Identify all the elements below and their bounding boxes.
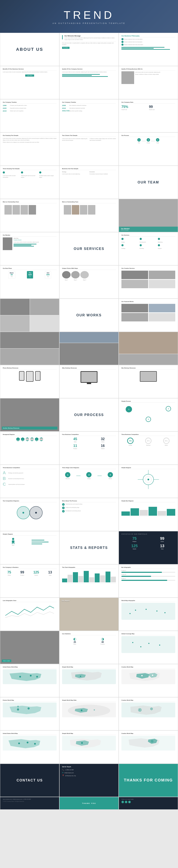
contact-email: ✉ info@company.com xyxy=(62,772,116,774)
svg-point-24 xyxy=(28,707,30,710)
row-18: Line Infographic Chart Our Report World … xyxy=(0,597,178,631)
map2-dot-3 xyxy=(159,645,160,646)
us-svg-2 xyxy=(62,669,116,684)
circle-stat-3: 55% Reach xyxy=(163,438,170,446)
stats-dark-label-3: Awards xyxy=(121,548,147,550)
bar-infographic-title: Bar Infographic xyxy=(121,567,175,568)
proc-step-3-text: Development and testing phases xyxy=(65,510,81,512)
social-tw[interactable]: t xyxy=(125,801,127,803)
slide-works-row-3 xyxy=(119,332,178,365)
slide-mockup-3: Mac Mockup Showcase xyxy=(119,365,178,398)
plan-basic-per: /mo xyxy=(10,276,14,277)
comp-num-2: 32 xyxy=(101,437,105,441)
slide-more-process: More About The Process 1 Initial discove… xyxy=(59,498,119,531)
stat-label-2: Awards won xyxy=(149,109,175,111)
year-2010: 2010 xyxy=(62,107,68,109)
slide-final-map-3: Creative World Map xyxy=(119,731,178,764)
svg-point-36 xyxy=(34,743,36,745)
proc-step-1: 1 xyxy=(62,503,65,506)
process-step-1: 1 Plan xyxy=(137,138,141,144)
imac-mockup xyxy=(81,371,97,383)
bar-row-3-fill xyxy=(121,580,167,581)
cn-1: 75 Clients xyxy=(7,570,11,576)
stats-dark-label-4: Years xyxy=(149,548,175,550)
service-3: Marketing xyxy=(158,238,175,243)
slide-text-cols-1: Three Amazing Text Sample Lorem ipsum do… xyxy=(0,166,59,199)
member-role: CEO & Founder xyxy=(121,229,176,231)
step-num-3: 3 xyxy=(156,138,159,142)
team-photo-4 xyxy=(29,205,36,215)
choice-text-2: Step 2 xyxy=(74,279,77,281)
person-bars xyxy=(32,539,49,545)
footer-thanks-text: THANK YOU xyxy=(82,802,96,804)
cn-num-1: 75 xyxy=(7,570,11,574)
hex-2 xyxy=(21,438,24,440)
business-col2: Innovation Consectetur eiusmod tempor in… xyxy=(89,171,116,175)
stage-num-2: 2 xyxy=(88,474,89,476)
read-more-btn[interactable]: Read More xyxy=(62,47,69,49)
alpha-item-a: A Strategy and planning approach xyxy=(3,470,57,475)
row-20: United States World Map Simple World Map xyxy=(0,664,178,697)
services-detail-title: Our Services xyxy=(121,235,175,236)
hex-3 xyxy=(26,438,29,440)
timeline2-item-analysis: ANALYSIS Data driven growth strategy xyxy=(62,110,116,112)
stats-dark-num-2: 99 xyxy=(149,536,175,541)
plan-pro-per: /mo xyxy=(28,276,32,277)
process-detail-2: 2 Design and prototyping stage xyxy=(62,506,116,509)
stats-dark-2: 99 Clients xyxy=(149,536,175,542)
row-8: Our Best Plans Basic $9 /mo Pro $29 /mo … xyxy=(0,265,178,299)
slide-our-process-preview: Our Process 1 Plan 2 Design 3 Build xyxy=(119,132,178,166)
svg-rect-16 xyxy=(13,543,14,544)
col1-text: Lorem ipsum dolor sit amet consectetur. xyxy=(3,175,20,178)
street-caption-text: Another Mockup Showcase xyxy=(3,428,57,429)
slide-services-photos-1: Unique Choice With Steps Step 1 Step 2 S… xyxy=(59,265,119,299)
circle-stat-2: 30% Revenue xyxy=(145,438,151,446)
us-map-1-title: United States World Map xyxy=(3,666,57,668)
comp-num-1: 45 xyxy=(73,437,77,441)
contact-address: 📍 123 Business Ave, City xyxy=(62,775,116,777)
stat-block-1: 75% Growth rate xyxy=(121,105,148,111)
address-icon: 📍 xyxy=(62,775,64,777)
mockup2-title: iMac Desktop Showcase xyxy=(62,367,116,369)
philosophy-title: Our Business Philosophy xyxy=(121,35,175,37)
slide-us-map-3: Creative World Map xyxy=(119,664,178,697)
text2-title: Two Column Text Sample xyxy=(62,135,116,136)
portrait-text: Our Report xyxy=(62,600,69,601)
slide-spider-diagram: Simple Diagram xyxy=(119,465,178,498)
slide-person-diagram: Simpler Diagram Team xyxy=(0,531,59,564)
timeline-item-now: 2015 Global reach and recognition xyxy=(3,110,57,112)
year-analysis: ANALYSIS xyxy=(62,110,68,112)
member2-role: Creative Director xyxy=(13,239,39,241)
comp-label-1: Sales xyxy=(74,441,77,443)
row-final: CONTACT US Get In Touch 📞 +1 (555) 123-4… xyxy=(0,764,178,797)
slide-three-alpha: Three Business Competition A Strategy an… xyxy=(0,465,59,498)
process-step-3: 3 Build xyxy=(156,138,159,144)
social-in[interactable]: in xyxy=(128,801,131,803)
mockup1-title: Phone Mockup Showcase xyxy=(3,367,57,369)
slide-our-services-big: OUR SERVICES xyxy=(59,232,119,265)
text2-col2: Ut labore et dolore magna aliqua enim ad… xyxy=(90,138,116,141)
slide-text-sample-1: Our Amazing Text Sample Lorem ipsum dolo… xyxy=(0,132,59,166)
slide-works-preview: Our Featured Works xyxy=(119,299,178,332)
team2-photo-4 xyxy=(88,205,95,215)
hero-section: TREND AN OUTSTANDING PRESENTATION TEMPLA… xyxy=(0,0,178,33)
benefits-body: Lorem ipsum dolor sit amet consectetur a… xyxy=(3,71,57,73)
our-team-label: OUR TEAM xyxy=(135,166,162,199)
alpha-c-text: Implementation and launch phases xyxy=(8,484,25,485)
slide-us-map-2: Simple World Map xyxy=(59,664,119,697)
learn-more-btn[interactable]: Learn More xyxy=(25,74,34,76)
slide-hexagon-diagram: Hexagonal Diagram xyxy=(0,431,59,465)
philosophy-item-3-text: Mission statement item three description xyxy=(124,44,143,45)
slide-quality: Quality Of Our Company Services Lorem ip… xyxy=(59,66,119,99)
final-map-3-title: Creative World Map xyxy=(121,733,175,734)
welcome-title: Our Welcome Message xyxy=(64,35,116,37)
proc-step-2: 2 xyxy=(62,506,65,509)
slide-map-detail-2: Simple World Map Slide xyxy=(59,697,119,731)
comp-item-2: 32 Clients xyxy=(90,437,116,443)
timeline2-item-2010: 2010 International expansion launched xyxy=(62,107,116,109)
svg-point-20 xyxy=(80,676,81,677)
social-fb[interactable]: f xyxy=(121,801,124,803)
bar-row-2-fill xyxy=(121,576,151,577)
slide-company-numbers: Our Company in Numbers 75 Clients 99 Pro… xyxy=(0,564,59,597)
circle-stat-2-num: 30% xyxy=(147,440,150,442)
